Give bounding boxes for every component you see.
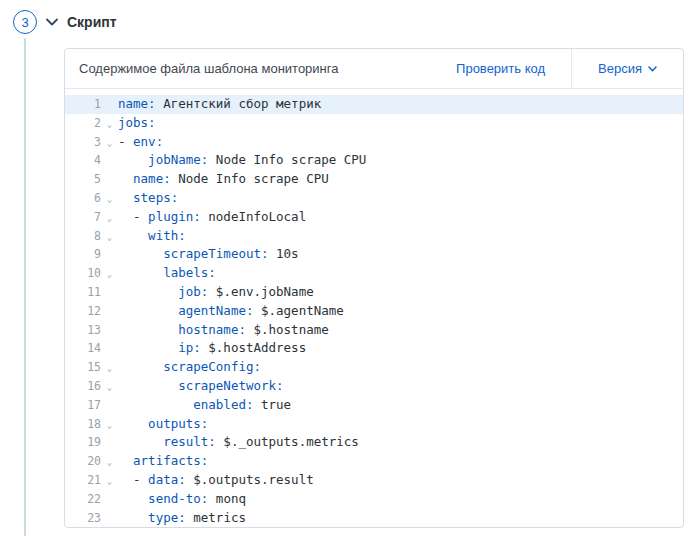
code-text: - plugin: nodeInfoLocal — [118, 208, 683, 227]
fold-chevron-icon[interactable]: ⌄ — [101, 359, 118, 378]
code-line[interactable]: 10⌄ labels: — [65, 264, 683, 283]
code-line[interactable]: 12 agentName: $.agentName — [65, 302, 683, 321]
fold-chevron-icon[interactable]: ⌄ — [101, 416, 118, 435]
line-number: 22 — [65, 490, 101, 509]
code-line[interactable]: 8⌄ with: — [65, 227, 683, 246]
panel-title: Содержимое файла шаблона мониторинга — [65, 61, 430, 76]
code-line[interactable]: 6⌄ steps: — [65, 189, 683, 208]
code-line[interactable]: 1name: Агентский сбор метрик — [65, 95, 683, 114]
script-panel: Содержимое файла шаблона мониторинга Про… — [64, 48, 684, 528]
chevron-down-icon[interactable] — [46, 18, 58, 26]
step-number: 3 — [21, 15, 28, 30]
code-line[interactable]: 19 result: $._outputs.metrics — [65, 433, 683, 452]
line-number: 19 — [65, 433, 101, 452]
code-text: jobName: Node Info scrape CPU — [118, 151, 683, 170]
line-number: 2 — [65, 114, 101, 133]
fold-chevron-icon[interactable]: ⌄ — [101, 134, 118, 153]
line-number: 23 — [65, 509, 101, 527]
code-line[interactable]: 14 ip: $.hostAddress — [65, 339, 683, 358]
code-line[interactable]: 13 hostname: $.hostname — [65, 321, 683, 340]
code-line[interactable]: 9 scrapeTimeout: 10s — [65, 245, 683, 264]
line-number: 21 — [65, 471, 101, 490]
line-number: 8 — [65, 227, 101, 246]
panel-header-actions: Проверить код Версия — [430, 49, 683, 88]
code-text: scrapeConfig: — [118, 358, 683, 377]
fold-chevron-icon[interactable]: ⌄ — [101, 115, 118, 134]
fold-chevron-icon[interactable]: ⌄ — [101, 228, 118, 247]
code-text: name: Агентский сбор метрик — [118, 95, 683, 114]
code-text: artifacts: — [118, 452, 683, 471]
panel-header: Содержимое файла шаблона мониторинга Про… — [65, 49, 683, 89]
line-number: 7 — [65, 208, 101, 227]
code-line[interactable]: 20⌄ artifacts: — [65, 452, 683, 471]
code-text: labels: — [118, 264, 683, 283]
line-number: 20 — [65, 452, 101, 471]
line-number: 4 — [65, 151, 101, 170]
line-number: 3 — [65, 133, 101, 152]
code-line[interactable]: 4 jobName: Node Info scrape CPU — [65, 151, 683, 170]
line-number: 18 — [65, 415, 101, 434]
line-number: 6 — [65, 189, 101, 208]
version-label: Версия — [598, 61, 642, 76]
code-text: job: $.env.jobName — [118, 283, 683, 302]
version-dropdown[interactable]: Версия — [572, 49, 683, 88]
code-text: jobs: — [118, 114, 683, 133]
code-line[interactable]: 15⌄ scrapeConfig: — [65, 358, 683, 377]
code-text: - data: $.outputs.result — [118, 471, 683, 490]
code-line[interactable]: 17 enabled: true — [65, 396, 683, 415]
fold-chevron-icon[interactable]: ⌄ — [101, 378, 118, 397]
code-text: scrapeNetwork: — [118, 377, 683, 396]
line-number: 11 — [65, 283, 101, 302]
code-line[interactable]: 23 type: metrics — [65, 509, 683, 527]
code-text: ip: $.hostAddress — [118, 339, 683, 358]
code-line[interactable]: 18⌄ outputs: — [65, 415, 683, 434]
code-line[interactable]: 11 job: $.env.jobName — [65, 283, 683, 302]
code-line[interactable]: 7⌄ - plugin: nodeInfoLocal — [65, 208, 683, 227]
line-number: 13 — [65, 321, 101, 340]
code-text: outputs: — [118, 415, 683, 434]
line-number: 10 — [65, 264, 101, 283]
line-number: 16 — [65, 377, 101, 396]
code-text: name: Node Info scrape CPU — [118, 170, 683, 189]
check-code-button[interactable]: Проверить код — [430, 49, 571, 88]
code-line[interactable]: 5 name: Node Info scrape CPU — [65, 170, 683, 189]
code-text: - env: — [118, 133, 683, 152]
code-text: send-to: monq — [118, 490, 683, 509]
line-number: 5 — [65, 170, 101, 189]
fold-chevron-icon[interactable]: ⌄ — [101, 190, 118, 209]
line-number: 14 — [65, 339, 101, 358]
code-text: type: metrics — [118, 509, 683, 527]
code-line[interactable]: 3⌄- env: — [65, 133, 683, 152]
code-text: agentName: $.agentName — [118, 302, 683, 321]
code-line[interactable]: 2⌄jobs: — [65, 114, 683, 133]
chevron-down-icon — [648, 66, 657, 72]
code-text: with: — [118, 227, 683, 246]
line-number: 17 — [65, 396, 101, 415]
code-text: enabled: true — [118, 396, 683, 415]
step-header[interactable]: 3 Скрипт — [13, 10, 117, 34]
code-text: hostname: $.hostname — [118, 321, 683, 340]
code-editor[interactable]: 1name: Агентский сбор метрик2⌄jobs:3⌄- e… — [65, 90, 683, 527]
fold-chevron-icon[interactable]: ⌄ — [101, 265, 118, 284]
code-line[interactable]: 22 send-to: monq — [65, 490, 683, 509]
code-text: scrapeTimeout: 10s — [118, 245, 683, 264]
line-number: 12 — [65, 302, 101, 321]
code-text: result: $._outputs.metrics — [118, 433, 683, 452]
line-number: 1 — [65, 95, 101, 114]
step-title: Скрипт — [67, 14, 117, 30]
line-number: 9 — [65, 245, 101, 264]
code-line[interactable]: 16⌄ scrapeNetwork: — [65, 377, 683, 396]
stepper-connector — [24, 38, 26, 536]
step-number-badge: 3 — [13, 10, 37, 34]
fold-chevron-icon[interactable]: ⌄ — [101, 209, 118, 228]
code-line[interactable]: 21⌄ - data: $.outputs.result — [65, 471, 683, 490]
code-text: steps: — [118, 189, 683, 208]
line-number: 15 — [65, 358, 101, 377]
fold-chevron-icon[interactable]: ⌄ — [101, 472, 118, 491]
fold-chevron-icon[interactable]: ⌄ — [101, 453, 118, 472]
